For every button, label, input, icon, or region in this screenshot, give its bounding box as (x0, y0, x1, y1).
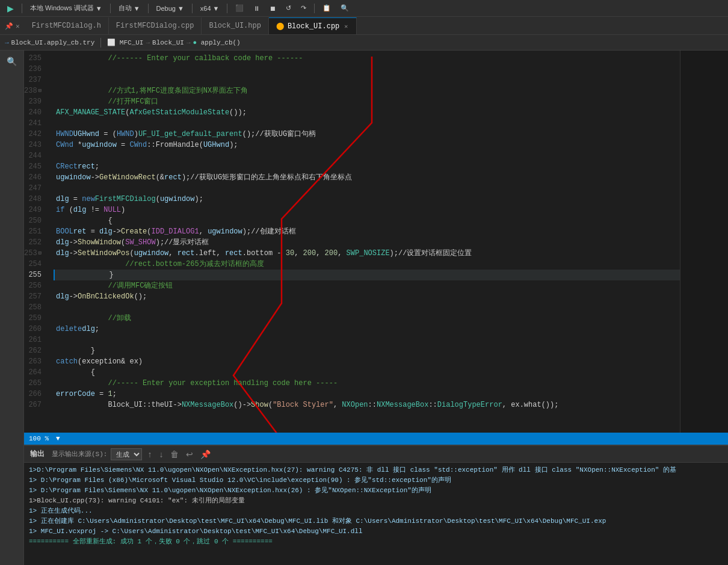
nav-divider-1 (100, 38, 101, 48)
code-line-261[interactable] (54, 335, 680, 345)
toolbar-btn-7[interactable]: 🔍 (337, 2, 353, 15)
method-label: apply_cb() (201, 39, 241, 46)
code-line-239[interactable]: //打开MFC窗口 (54, 96, 680, 107)
play-button[interactable]: ▶ (4, 2, 17, 15)
code-line-249[interactable]: if (dlg != NULL) (54, 205, 680, 215)
line-number-258: 258 (24, 302, 46, 313)
output-title: 输出 (30, 449, 45, 459)
toolbar-btn-4[interactable]: ↺ (282, 2, 295, 15)
code-line-247[interactable] (54, 183, 680, 194)
output-scroll-down[interactable]: ↓ (157, 449, 165, 459)
line-number-245: 245 (24, 161, 46, 172)
line-number-252: 252 (24, 237, 46, 248)
code-line-240[interactable]: AFX_MANAGE_STATE(AfxGetStaticModuleState… (54, 107, 680, 118)
code-line-243[interactable]: CWnd *ugwindow = CWnd::FromHandle(UGHwnd… (54, 140, 680, 150)
toolbar-separator-6 (314, 4, 315, 13)
nav-back-arrow[interactable]: → (5, 39, 9, 46)
toolbar-btn-3[interactable]: ⏹ (266, 2, 280, 15)
code-line-264[interactable]: { (54, 367, 680, 378)
code-line-252[interactable]: dlg->ShowWindow(SW_SHOW);//显示对话框 (54, 237, 680, 248)
nav-separator-1: → (146, 39, 150, 46)
toolbar-btn-5[interactable]: ↷ (297, 2, 310, 15)
output-clear[interactable]: 🗑 (168, 449, 180, 459)
line-number-267: 267 (24, 400, 46, 410)
machine-selector[interactable]: 本地 Windows 调试器 ▼ (26, 2, 106, 15)
mode-selector[interactable]: 自动 ▼ (115, 2, 144, 15)
editor-main: 235236237238⊟239240241242243244245246247… (24, 51, 728, 433)
toolbar-separator-3 (148, 4, 149, 13)
chevron-down-icon: ▼ (96, 5, 102, 12)
fold-indicator-238[interactable]: ⊟ (39, 85, 42, 96)
code-line-266[interactable]: errorCode = 1; (54, 389, 680, 400)
code-line-236[interactable] (54, 64, 680, 75)
code-line-259[interactable]: //卸载 (54, 313, 680, 324)
line-number-260: 260 (24, 324, 46, 335)
nav-file-label: Block_UI.apply_cb.try (11, 39, 95, 46)
status-icon-1[interactable]: ▼ (56, 435, 60, 442)
tab-block-cpp[interactable]: ⬤ Block_UI.cpp ✕ (269, 17, 357, 34)
code-line-235[interactable]: //------ Enter your callback code here -… (54, 53, 680, 64)
line-number-243: 243 (24, 140, 46, 150)
code-line-244[interactable] (54, 150, 680, 161)
output-scroll-up[interactable]: ↑ (146, 449, 153, 459)
code-line-267[interactable]: Block_UI::theUI->NXMessageBox()->Show("B… (54, 400, 680, 410)
zoom-level[interactable]: 100 % (29, 435, 49, 442)
chevron-down-icon-3: ▼ (177, 5, 184, 12)
code-line-242[interactable]: HWND UGHwnd = (HWND)UF_UI_get_default_pa… (54, 129, 680, 140)
code-line-256[interactable]: //调用MFC确定按钮 (54, 280, 680, 291)
debug-selector[interactable]: Debug ▼ (153, 2, 188, 15)
minimap[interactable] (680, 51, 728, 433)
nav-namespace-item[interactable]: ⬜ MFC_UI (107, 39, 143, 46)
code-line-253[interactable]: dlg->SetWindowPos(ugwindow, rect.left, r… (54, 248, 680, 259)
code-line-238[interactable]: //方式1,将MFC进度条固定到NX界面左下角 (54, 85, 680, 96)
toolbar-btn-1[interactable]: ⬛ (232, 2, 247, 15)
code-line-237[interactable] (54, 75, 680, 85)
output-pin[interactable]: 📌 (199, 449, 212, 459)
tab-firstmfc-cpp[interactable]: FirstMFCDialog.cpp (109, 17, 202, 34)
line-number-247: 247 (24, 183, 46, 194)
code-line-265[interactable]: //----- Enter your exception handling co… (54, 378, 680, 389)
code-line-251[interactable]: BOOL ret = dlg->Create(IDD_DIALOG1, ugwi… (54, 226, 680, 237)
sidebar-icon-search[interactable]: 🔍 (2, 53, 22, 70)
tab-close-btn[interactable]: ✕ (343, 22, 349, 31)
code-line-248[interactable]: dlg = new FirstMFCDialog(ugwindow); (54, 194, 680, 205)
code-line-255[interactable]: } (54, 270, 680, 280)
tab-block-hpp[interactable]: Block_UI.hpp (202, 17, 268, 34)
sidebar-toggle[interactable]: 📌 ✕ (0, 17, 25, 34)
code-line-250[interactable]: { (54, 215, 680, 226)
line-number-250: 250 (24, 215, 46, 226)
arch-selector[interactable]: x64 ▼ (197, 2, 223, 15)
output-source-dropdown[interactable]: 生成 (111, 448, 142, 460)
code-line-263[interactable]: catch(exception& ex) (54, 356, 680, 367)
line-numbers: 235236237238⊟239240241242243244245246247… (24, 51, 54, 433)
nav-separator-2: → (187, 39, 191, 46)
fold-indicator-253[interactable]: ⊟ (39, 248, 42, 259)
nav-class-item[interactable]: Block_UI (152, 39, 184, 46)
code-line-246[interactable]: ugwindow->GetWindowRect(&rect);//获取UG矩形窗… (54, 172, 680, 183)
line-number-241: 241 (24, 118, 46, 129)
code-line-245[interactable]: CRect rect; (54, 161, 680, 172)
output-line-7: ========== 全部重新生成: 成功 1 个，失败 0 个，跳过 0 个 … (29, 537, 723, 547)
code-line-254[interactable]: //rect.bottom-265为减去对话框的高度 (54, 259, 680, 270)
nav-method-item[interactable]: ● apply_cb() (193, 39, 240, 46)
tab-firstmfc-h[interactable]: FirstMFCDialog.h (25, 17, 109, 34)
code-line-257[interactable]: dlg->OnBnClickedOk(); (54, 291, 680, 302)
toolbar-btn-6[interactable]: 📋 (319, 2, 335, 15)
line-number-236: 236 (24, 64, 46, 75)
toolbar-separator-5 (227, 4, 227, 13)
line-number-263: 263 (24, 356, 46, 367)
code-line-260[interactable]: delete dlg; (54, 324, 680, 335)
tab-modified-icon: ⬤ (276, 22, 284, 31)
code-line-258[interactable] (54, 302, 680, 313)
nav-file-item[interactable]: Block_UI.apply_cb.try (11, 39, 95, 46)
code-line-262[interactable]: } (54, 345, 680, 356)
nav-section-namespace: ⬜ MFC_UI → Block_UI → ● apply_cb() (107, 39, 240, 46)
output-wrap[interactable]: ↩ (184, 449, 195, 459)
output-line-5: 1> 正在创建库 C:\Users\Administrator\Desktop\… (29, 516, 723, 526)
line-number-257: 257 (24, 291, 46, 302)
toolbar-btn-2[interactable]: ⏸ (250, 2, 264, 15)
output-header: 输出 显示输出来源(S): 生成 ↑ ↓ 🗑 ↩ 📌 (24, 446, 728, 463)
close-sidebar-icon: ✕ (16, 22, 20, 30)
code-container[interactable]: 235236237238⊟239240241242243244245246247… (24, 51, 680, 433)
code-line-241[interactable] (54, 118, 680, 129)
